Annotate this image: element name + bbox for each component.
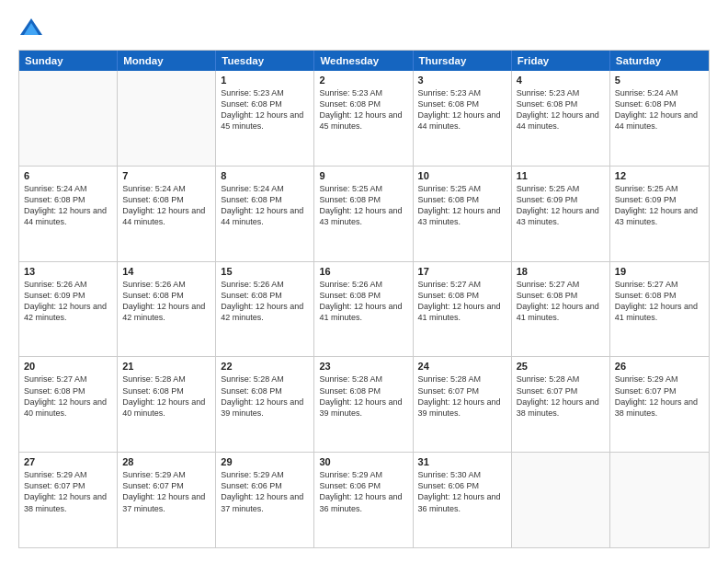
- cell-info: Sunrise: 5:23 AM Sunset: 6:08 PM Dayligh…: [221, 87, 309, 132]
- cal-cell: 4Sunrise: 5:23 AM Sunset: 6:08 PM Daylig…: [512, 71, 610, 166]
- day-number: 18: [517, 266, 605, 277]
- cal-cell: 25Sunrise: 5:28 AM Sunset: 6:07 PM Dayli…: [512, 357, 610, 452]
- day-number: 29: [221, 456, 309, 467]
- cell-info: Sunrise: 5:28 AM Sunset: 6:08 PM Dayligh…: [221, 373, 309, 419]
- cal-cell: 28Sunrise: 5:29 AM Sunset: 6:07 PM Dayli…: [118, 453, 216, 547]
- cell-info: Sunrise: 5:23 AM Sunset: 6:08 PM Dayligh…: [418, 87, 506, 132]
- day-number: 1: [221, 75, 309, 86]
- cell-info: Sunrise: 5:27 AM Sunset: 6:08 PM Dayligh…: [517, 279, 605, 324]
- cell-info: Sunrise: 5:24 AM Sunset: 6:08 PM Dayligh…: [24, 183, 112, 228]
- cal-cell: 6Sunrise: 5:24 AM Sunset: 6:08 PM Daylig…: [19, 167, 118, 261]
- cell-info: Sunrise: 5:26 AM Sunset: 6:08 PM Dayligh…: [221, 279, 309, 324]
- day-number: 9: [319, 170, 407, 181]
- cell-info: Sunrise: 5:28 AM Sunset: 6:08 PM Dayligh…: [122, 373, 210, 419]
- day-number: 23: [319, 361, 407, 372]
- cal-cell: [610, 453, 709, 547]
- cell-info: Sunrise: 5:23 AM Sunset: 6:08 PM Dayligh…: [319, 87, 407, 132]
- cell-info: Sunrise: 5:29 AM Sunset: 6:06 PM Dayligh…: [319, 469, 407, 514]
- cell-info: Sunrise: 5:25 AM Sunset: 6:08 PM Dayligh…: [418, 183, 506, 228]
- cell-info: Sunrise: 5:28 AM Sunset: 6:07 PM Dayligh…: [517, 373, 605, 419]
- day-number: 31: [418, 456, 506, 467]
- week-row-3: 13Sunrise: 5:26 AM Sunset: 6:09 PM Dayli…: [19, 261, 709, 357]
- day-number: 30: [319, 456, 407, 467]
- cal-cell: 22Sunrise: 5:28 AM Sunset: 6:08 PM Dayli…: [216, 357, 314, 452]
- cal-cell: 31Sunrise: 5:30 AM Sunset: 6:06 PM Dayli…: [414, 453, 512, 547]
- cal-cell: 19Sunrise: 5:27 AM Sunset: 6:08 PM Dayli…: [610, 262, 709, 357]
- week-row-1: 1Sunrise: 5:23 AM Sunset: 6:08 PM Daylig…: [19, 71, 709, 166]
- cal-cell: 11Sunrise: 5:25 AM Sunset: 6:09 PM Dayli…: [512, 167, 610, 261]
- header-day-saturday: Saturday: [610, 51, 709, 71]
- cal-cell: 21Sunrise: 5:28 AM Sunset: 6:08 PM Dayli…: [118, 357, 216, 452]
- logo-icon: [18, 15, 44, 40]
- page: SundayMondayTuesdayWednesdayThursdayFrid…: [0, 0, 728, 563]
- week-row-5: 27Sunrise: 5:29 AM Sunset: 6:07 PM Dayli…: [19, 452, 709, 547]
- cell-info: Sunrise: 5:25 AM Sunset: 6:09 PM Dayligh…: [615, 183, 704, 228]
- header-day-friday: Friday: [512, 51, 610, 71]
- day-number: 16: [319, 266, 407, 277]
- day-number: 4: [517, 75, 605, 86]
- week-row-4: 20Sunrise: 5:27 AM Sunset: 6:08 PM Dayli…: [19, 356, 709, 452]
- cell-info: Sunrise: 5:25 AM Sunset: 6:09 PM Dayligh…: [517, 183, 605, 228]
- cell-info: Sunrise: 5:28 AM Sunset: 6:07 PM Dayligh…: [418, 373, 506, 419]
- header-day-tuesday: Tuesday: [216, 51, 314, 71]
- cal-cell: 1Sunrise: 5:23 AM Sunset: 6:08 PM Daylig…: [216, 71, 314, 166]
- day-number: 11: [517, 170, 605, 181]
- cell-info: Sunrise: 5:29 AM Sunset: 6:07 PM Dayligh…: [24, 469, 112, 514]
- cell-info: Sunrise: 5:26 AM Sunset: 6:08 PM Dayligh…: [122, 279, 210, 324]
- cell-info: Sunrise: 5:23 AM Sunset: 6:08 PM Dayligh…: [517, 87, 605, 132]
- cal-cell: 20Sunrise: 5:27 AM Sunset: 6:08 PM Dayli…: [19, 357, 118, 452]
- cal-cell: [512, 453, 610, 547]
- day-number: 28: [122, 456, 210, 467]
- day-number: 12: [615, 170, 704, 181]
- day-number: 17: [418, 266, 506, 277]
- cell-info: Sunrise: 5:27 AM Sunset: 6:08 PM Dayligh…: [24, 373, 112, 419]
- cal-cell: 13Sunrise: 5:26 AM Sunset: 6:09 PM Dayli…: [19, 262, 118, 357]
- cal-cell: 2Sunrise: 5:23 AM Sunset: 6:08 PM Daylig…: [314, 71, 413, 166]
- day-number: 2: [319, 75, 407, 86]
- cal-cell: 27Sunrise: 5:29 AM Sunset: 6:07 PM Dayli…: [19, 453, 118, 547]
- cell-info: Sunrise: 5:29 AM Sunset: 6:07 PM Dayligh…: [615, 373, 704, 419]
- cell-info: Sunrise: 5:29 AM Sunset: 6:07 PM Dayligh…: [122, 469, 210, 514]
- cell-info: Sunrise: 5:27 AM Sunset: 6:08 PM Dayligh…: [615, 279, 704, 324]
- day-number: 27: [24, 456, 112, 467]
- day-number: 3: [418, 75, 506, 86]
- header: [18, 15, 710, 40]
- cal-cell: 18Sunrise: 5:27 AM Sunset: 6:08 PM Dayli…: [512, 262, 610, 357]
- cal-cell: 14Sunrise: 5:26 AM Sunset: 6:08 PM Dayli…: [118, 262, 216, 357]
- calendar: SundayMondayTuesdayWednesdayThursdayFrid…: [18, 50, 710, 548]
- header-day-thursday: Thursday: [414, 51, 512, 71]
- day-number: 25: [517, 361, 605, 372]
- cal-cell: 23Sunrise: 5:28 AM Sunset: 6:08 PM Dayli…: [314, 357, 413, 452]
- cal-cell: 15Sunrise: 5:26 AM Sunset: 6:08 PM Dayli…: [216, 262, 314, 357]
- day-number: 20: [24, 361, 112, 372]
- logo: [18, 15, 48, 40]
- cal-cell: 16Sunrise: 5:26 AM Sunset: 6:08 PM Dayli…: [314, 262, 413, 357]
- calendar-header: SundayMondayTuesdayWednesdayThursdayFrid…: [19, 51, 709, 71]
- day-number: 26: [615, 361, 704, 372]
- cal-cell: 9Sunrise: 5:25 AM Sunset: 6:08 PM Daylig…: [314, 167, 413, 261]
- cal-cell: [118, 71, 216, 166]
- cal-cell: 29Sunrise: 5:29 AM Sunset: 6:06 PM Dayli…: [216, 453, 314, 547]
- day-number: 7: [122, 170, 210, 181]
- day-number: 5: [615, 75, 704, 86]
- cal-cell: 26Sunrise: 5:29 AM Sunset: 6:07 PM Dayli…: [610, 357, 709, 452]
- header-day-monday: Monday: [118, 51, 216, 71]
- cal-cell: 12Sunrise: 5:25 AM Sunset: 6:09 PM Dayli…: [610, 167, 709, 261]
- week-row-2: 6Sunrise: 5:24 AM Sunset: 6:08 PM Daylig…: [19, 166, 709, 261]
- cal-cell: 17Sunrise: 5:27 AM Sunset: 6:08 PM Dayli…: [414, 262, 512, 357]
- cell-info: Sunrise: 5:25 AM Sunset: 6:08 PM Dayligh…: [319, 183, 407, 228]
- cell-info: Sunrise: 5:24 AM Sunset: 6:08 PM Dayligh…: [615, 87, 704, 132]
- cell-info: Sunrise: 5:26 AM Sunset: 6:08 PM Dayligh…: [319, 279, 407, 324]
- cell-info: Sunrise: 5:24 AM Sunset: 6:08 PM Dayligh…: [221, 183, 309, 228]
- cal-cell: 8Sunrise: 5:24 AM Sunset: 6:08 PM Daylig…: [216, 167, 314, 261]
- cell-info: Sunrise: 5:24 AM Sunset: 6:08 PM Dayligh…: [122, 183, 210, 228]
- cal-cell: 30Sunrise: 5:29 AM Sunset: 6:06 PM Dayli…: [314, 453, 413, 547]
- day-number: 14: [122, 266, 210, 277]
- day-number: 6: [24, 170, 112, 181]
- cal-cell: 24Sunrise: 5:28 AM Sunset: 6:07 PM Dayli…: [414, 357, 512, 452]
- day-number: 21: [122, 361, 210, 372]
- cal-cell: [19, 71, 118, 166]
- header-day-sunday: Sunday: [19, 51, 118, 71]
- cell-info: Sunrise: 5:27 AM Sunset: 6:08 PM Dayligh…: [418, 279, 506, 324]
- day-number: 24: [418, 361, 506, 372]
